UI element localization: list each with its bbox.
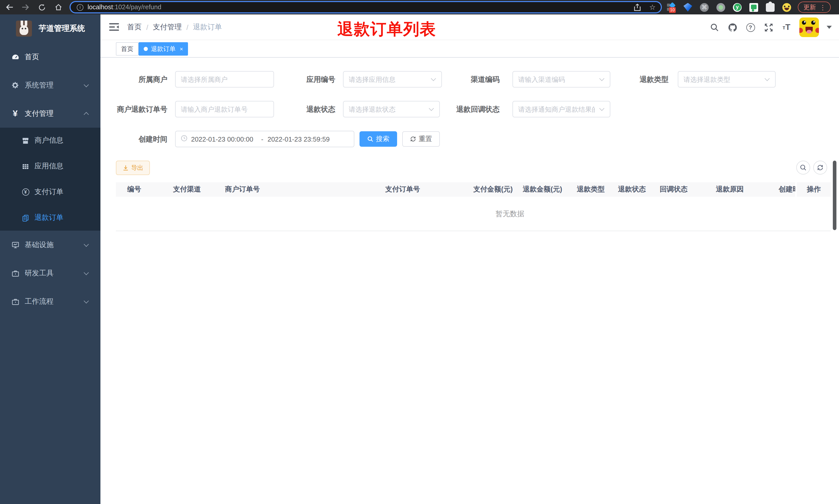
breadcrumb-home[interactable]: 首页	[127, 23, 142, 32]
yen-circle-icon: ¥	[22, 188, 29, 196]
app-select[interactable]	[343, 71, 442, 88]
col-notify-status: 回调状态	[654, 182, 710, 197]
dashboard-icon	[11, 53, 20, 61]
tab-refund-order[interactable]: 退款订单 ×	[139, 42, 188, 56]
browser-menu-icon[interactable]: ⋮	[819, 3, 826, 11]
close-tab-icon[interactable]: ×	[180, 46, 183, 52]
yudao-extension-icon[interactable]	[733, 3, 742, 12]
sidebar-item-system[interactable]: 系统管理	[0, 71, 101, 100]
range-separator: -	[257, 135, 268, 143]
sidebar-item-pay-order[interactable]: ¥ 支付订单	[0, 179, 101, 205]
search-icon	[800, 164, 806, 171]
refund-status-select[interactable]	[343, 101, 440, 118]
sidebar-item-devtools[interactable]: 研发工具	[0, 259, 101, 287]
show-search-toggle-button[interactable]	[796, 161, 810, 175]
merchant-select[interactable]	[175, 71, 274, 88]
github-icon[interactable]	[727, 22, 737, 32]
chat-extension-icon[interactable]	[749, 3, 758, 12]
create-time-range-picker[interactable]: 2022-01-23 00:00:00 - 2022-01-23 23:59:5…	[175, 131, 354, 147]
filter-label-merchant-refund-no: 商户退款订单号	[101, 101, 167, 118]
browser-home-icon[interactable]	[54, 3, 62, 11]
empty-placeholder: 暂无数据	[433, 210, 587, 219]
sidebar-item-label: 系统管理	[25, 80, 54, 90]
col-pay-order-no: 支付订单号	[379, 182, 467, 197]
app-logo[interactable]: 芋道管理系统	[0, 14, 101, 43]
breadcrumb-separator: /	[186, 23, 189, 31]
search-button-label: 搜索	[376, 134, 389, 144]
active-tab-dot	[144, 47, 148, 51]
gem-extension-icon[interactable]	[683, 3, 692, 12]
navbar: 首页 / 支付管理 / 退款订单 退款订单列表 ?	[101, 14, 839, 40]
user-avatar[interactable]	[799, 18, 819, 37]
chevron-down-icon	[765, 76, 770, 81]
breadcrumb-section[interactable]: 支付管理	[153, 23, 182, 32]
refund-type-select[interactable]	[678, 71, 775, 88]
col-id: 编号	[116, 182, 167, 197]
breadcrumb-separator: /	[146, 23, 148, 31]
extension-badge: 10	[669, 7, 676, 13]
scrollbar-thumb[interactable]	[833, 161, 836, 230]
command-extension-icon[interactable]: ⌘	[700, 3, 709, 12]
font-size-icon[interactable]: тT	[781, 22, 792, 32]
col-refund-type: 退款类型	[571, 182, 612, 197]
sidebar-item-app-info[interactable]: 应用信息	[0, 154, 101, 179]
browser-toolbar: i localhost:1024/pay/refund ☆ 10 ⌘ 更新 ⋮	[0, 0, 839, 14]
col-merchant-order-no: 商户订单号	[219, 182, 379, 197]
share-icon[interactable]	[634, 3, 641, 11]
browser-extensions: 10 ⌘	[667, 0, 791, 14]
download-icon	[122, 165, 128, 171]
notify-status-select[interactable]	[513, 101, 610, 118]
chevron-down-icon	[84, 298, 89, 303]
table-grid-icon	[22, 162, 29, 170]
range-start-value: 2022-01-23 00:00:00	[191, 135, 257, 143]
col-refund-amount: 退款金额(元)	[517, 182, 571, 197]
tags-view-bar: 首页 退款订单 ×	[101, 40, 839, 58]
col-pay-amount: 支付金额(元)	[467, 182, 517, 197]
refresh-table-button[interactable]	[813, 161, 827, 175]
url-bar[interactable]: i localhost:1024/pay/refund ☆	[70, 1, 662, 13]
col-refund-status: 退款状态	[612, 182, 654, 197]
toolbox-icon	[11, 269, 20, 277]
avatar-caret-down-icon[interactable]	[827, 26, 832, 29]
tab-label: 首页	[121, 44, 133, 53]
help-icon[interactable]: ?	[745, 22, 755, 32]
site-info-icon[interactable]: i	[77, 4, 84, 11]
tabs-counter-extension-icon[interactable]: 10	[667, 3, 676, 12]
sidebar-item-pay[interactable]: ¥ 支付管理	[0, 100, 101, 128]
browser-back-icon[interactable]	[5, 3, 13, 11]
chevron-down-icon	[84, 241, 89, 247]
bookmark-star-icon[interactable]: ☆	[649, 4, 656, 11]
app-title: 芋道管理系统	[39, 24, 85, 34]
tab-label: 退款订单	[151, 44, 176, 53]
browser-reload-icon[interactable]	[38, 3, 46, 11]
tab-home[interactable]: 首页	[116, 42, 139, 56]
channel-select[interactable]	[513, 71, 610, 88]
browser-forward-icon[interactable]	[21, 3, 29, 11]
search-button[interactable]: 搜索	[359, 131, 397, 147]
sidebar-item-label: 基础设施	[25, 240, 54, 249]
extensions-puzzle-icon[interactable]	[766, 3, 774, 12]
sidebar-item-merchant-info[interactable]: 商户信息	[0, 128, 101, 154]
reset-button[interactable]: 重置	[402, 131, 440, 147]
document-copy-icon	[22, 214, 29, 222]
sidebar-item-label: 工作流程	[25, 297, 54, 306]
fullscreen-icon[interactable]	[763, 22, 773, 32]
merchant-refund-no-input[interactable]	[175, 101, 274, 118]
sidebar-collapse-icon[interactable]	[109, 23, 119, 31]
sidebar-item-infra[interactable]: 基础设施	[0, 231, 101, 259]
emoji-extension-icon[interactable]	[782, 3, 791, 12]
filter-label-notify-status: 退款回调状态	[428, 101, 500, 118]
breadcrumb: 首页 / 支付管理 / 退款订单	[127, 14, 222, 40]
shop-icon	[22, 137, 29, 144]
sidebar-item-refund-order[interactable]: 退款订单	[0, 205, 101, 231]
export-button[interactable]: 导出	[116, 161, 150, 175]
search-icon[interactable]	[709, 22, 719, 32]
recorder-extension-icon[interactable]	[716, 3, 725, 12]
breadcrumb-current: 退款订单	[193, 23, 222, 32]
sidebar-item-workflow[interactable]: 工作流程	[0, 287, 101, 316]
browser-update-button[interactable]: 更新 ⋮	[798, 2, 831, 13]
filter-label-refund-type: 退款类型	[596, 71, 668, 88]
chevron-down-icon	[84, 270, 89, 275]
sidebar-item-home[interactable]: 首页	[0, 43, 101, 71]
screen: i localhost:1024/pay/refund ☆ 10 ⌘ 更新 ⋮	[0, 0, 839, 504]
